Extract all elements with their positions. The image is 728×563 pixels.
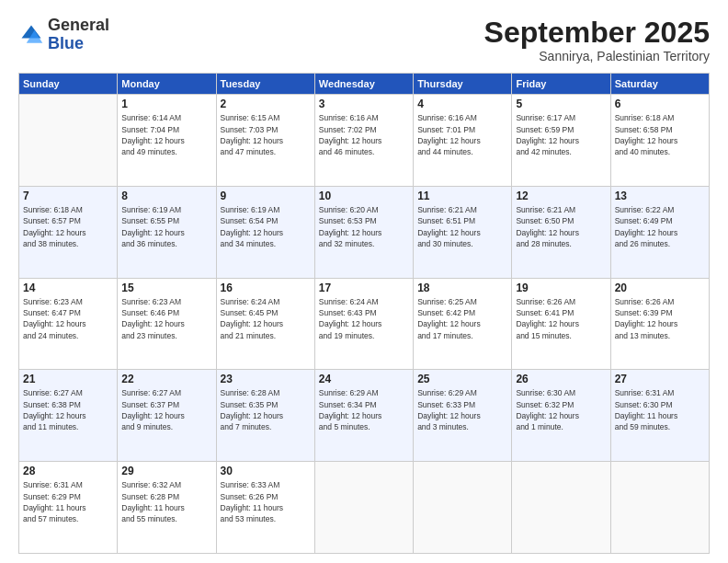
table-row: 2Sunrise: 6:15 AM Sunset: 7:03 PM Daylig… bbox=[216, 95, 314, 187]
day-info: Sunrise: 6:31 AM Sunset: 6:30 PM Dayligh… bbox=[615, 387, 705, 432]
calendar-table: Sunday Monday Tuesday Wednesday Thursday… bbox=[18, 73, 710, 554]
day-info: Sunrise: 6:32 AM Sunset: 6:28 PM Dayligh… bbox=[121, 479, 211, 524]
day-number: 9 bbox=[221, 190, 311, 202]
table-row: 26Sunrise: 6:30 AM Sunset: 6:32 PM Dayli… bbox=[512, 370, 610, 462]
day-number: 29 bbox=[121, 465, 211, 477]
table-row: 16Sunrise: 6:24 AM Sunset: 6:45 PM Dayli… bbox=[216, 278, 314, 370]
table-row: 28Sunrise: 6:31 AM Sunset: 6:29 PM Dayli… bbox=[19, 462, 118, 554]
day-number: 24 bbox=[319, 373, 409, 385]
day-info: Sunrise: 6:23 AM Sunset: 6:46 PM Dayligh… bbox=[121, 296, 211, 341]
day-info: Sunrise: 6:23 AM Sunset: 6:47 PM Dayligh… bbox=[23, 296, 113, 341]
col-sunday: Sunday bbox=[19, 74, 118, 95]
table-row: 10Sunrise: 6:20 AM Sunset: 6:53 PM Dayli… bbox=[314, 186, 413, 278]
table-row: 21Sunrise: 6:27 AM Sunset: 6:38 PM Dayli… bbox=[19, 370, 118, 462]
day-info: Sunrise: 6:26 AM Sunset: 6:41 PM Dayligh… bbox=[516, 296, 606, 341]
day-number: 6 bbox=[615, 98, 705, 110]
day-number: 21 bbox=[23, 373, 113, 385]
location-subtitle: Sannirya, Palestinian Territory bbox=[484, 49, 710, 63]
day-info: Sunrise: 6:31 AM Sunset: 6:29 PM Dayligh… bbox=[23, 479, 113, 524]
day-number: 26 bbox=[516, 373, 606, 385]
day-number: 8 bbox=[121, 190, 211, 202]
day-number: 12 bbox=[516, 190, 606, 202]
calendar-week-row: 7Sunrise: 6:18 AM Sunset: 6:57 PM Daylig… bbox=[19, 186, 710, 278]
day-number: 4 bbox=[417, 98, 507, 110]
day-info: Sunrise: 6:21 AM Sunset: 6:50 PM Dayligh… bbox=[516, 204, 606, 249]
calendar-week-row: 14Sunrise: 6:23 AM Sunset: 6:47 PM Dayli… bbox=[19, 278, 710, 370]
day-info: Sunrise: 6:27 AM Sunset: 6:38 PM Dayligh… bbox=[23, 387, 113, 432]
title-block: September 2025 Sannirya, Palestinian Ter… bbox=[484, 17, 710, 63]
day-number: 17 bbox=[319, 282, 409, 294]
table-row: 20Sunrise: 6:26 AM Sunset: 6:39 PM Dayli… bbox=[610, 278, 709, 370]
day-number: 11 bbox=[417, 190, 507, 202]
day-number: 20 bbox=[615, 282, 705, 294]
day-number: 19 bbox=[516, 282, 606, 294]
table-row: 27Sunrise: 6:31 AM Sunset: 6:30 PM Dayli… bbox=[610, 370, 709, 462]
table-row: 22Sunrise: 6:27 AM Sunset: 6:37 PM Dayli… bbox=[118, 370, 216, 462]
day-info: Sunrise: 6:30 AM Sunset: 6:32 PM Dayligh… bbox=[516, 387, 606, 432]
logo-blue-text: Blue bbox=[48, 34, 84, 52]
day-info: Sunrise: 6:29 AM Sunset: 6:33 PM Dayligh… bbox=[417, 387, 507, 432]
table-row: 12Sunrise: 6:21 AM Sunset: 6:50 PM Dayli… bbox=[512, 186, 610, 278]
day-number: 23 bbox=[221, 373, 311, 385]
day-number: 3 bbox=[319, 98, 409, 110]
day-info: Sunrise: 6:26 AM Sunset: 6:39 PM Dayligh… bbox=[615, 296, 705, 341]
day-number: 5 bbox=[516, 98, 606, 110]
table-row bbox=[414, 462, 512, 554]
day-info: Sunrise: 6:16 AM Sunset: 7:01 PM Dayligh… bbox=[417, 112, 507, 157]
day-info: Sunrise: 6:22 AM Sunset: 6:49 PM Dayligh… bbox=[615, 204, 705, 249]
day-info: Sunrise: 6:29 AM Sunset: 6:34 PM Dayligh… bbox=[319, 387, 409, 432]
day-number: 27 bbox=[615, 373, 705, 385]
table-row: 3Sunrise: 6:16 AM Sunset: 7:02 PM Daylig… bbox=[314, 95, 413, 187]
table-row: 14Sunrise: 6:23 AM Sunset: 6:47 PM Dayli… bbox=[19, 278, 118, 370]
day-info: Sunrise: 6:14 AM Sunset: 7:04 PM Dayligh… bbox=[121, 112, 211, 157]
col-wednesday: Wednesday bbox=[314, 74, 413, 95]
logo-general-text: General bbox=[48, 16, 109, 34]
day-number: 30 bbox=[221, 465, 311, 477]
table-row: 4Sunrise: 6:16 AM Sunset: 7:01 PM Daylig… bbox=[414, 95, 512, 187]
table-row: 9Sunrise: 6:19 AM Sunset: 6:54 PM Daylig… bbox=[216, 186, 314, 278]
day-number: 10 bbox=[319, 190, 409, 202]
calendar-header-row: Sunday Monday Tuesday Wednesday Thursday… bbox=[19, 74, 710, 95]
day-info: Sunrise: 6:19 AM Sunset: 6:54 PM Dayligh… bbox=[221, 204, 311, 249]
table-row: 30Sunrise: 6:33 AM Sunset: 6:26 PM Dayli… bbox=[216, 462, 314, 554]
calendar-week-row: 21Sunrise: 6:27 AM Sunset: 6:38 PM Dayli… bbox=[19, 370, 710, 462]
col-monday: Monday bbox=[118, 74, 216, 95]
col-thursday: Thursday bbox=[414, 74, 512, 95]
table-row: 7Sunrise: 6:18 AM Sunset: 6:57 PM Daylig… bbox=[19, 186, 118, 278]
day-number: 1 bbox=[121, 98, 211, 110]
col-saturday: Saturday bbox=[610, 74, 709, 95]
day-number: 7 bbox=[23, 190, 113, 202]
day-info: Sunrise: 6:27 AM Sunset: 6:37 PM Dayligh… bbox=[121, 387, 211, 432]
table-row: 18Sunrise: 6:25 AM Sunset: 6:42 PM Dayli… bbox=[414, 278, 512, 370]
day-info: Sunrise: 6:20 AM Sunset: 6:53 PM Dayligh… bbox=[319, 204, 409, 249]
table-row: 6Sunrise: 6:18 AM Sunset: 6:58 PM Daylig… bbox=[610, 95, 709, 187]
day-info: Sunrise: 6:19 AM Sunset: 6:55 PM Dayligh… bbox=[121, 204, 211, 249]
table-row: 25Sunrise: 6:29 AM Sunset: 6:33 PM Dayli… bbox=[414, 370, 512, 462]
table-row bbox=[19, 95, 118, 187]
calendar-week-row: 1Sunrise: 6:14 AM Sunset: 7:04 PM Daylig… bbox=[19, 95, 710, 187]
table-row bbox=[610, 462, 709, 554]
day-info: Sunrise: 6:15 AM Sunset: 7:03 PM Dayligh… bbox=[221, 112, 311, 157]
header: General Blue September 2025 Sannirya, Pa… bbox=[18, 17, 710, 63]
table-row: 24Sunrise: 6:29 AM Sunset: 6:34 PM Dayli… bbox=[314, 370, 413, 462]
table-row: 17Sunrise: 6:24 AM Sunset: 6:43 PM Dayli… bbox=[314, 278, 413, 370]
table-row: 13Sunrise: 6:22 AM Sunset: 6:49 PM Dayli… bbox=[610, 186, 709, 278]
day-info: Sunrise: 6:18 AM Sunset: 6:58 PM Dayligh… bbox=[615, 112, 705, 157]
table-row bbox=[512, 462, 610, 554]
col-friday: Friday bbox=[512, 74, 610, 95]
table-row: 19Sunrise: 6:26 AM Sunset: 6:41 PM Dayli… bbox=[512, 278, 610, 370]
table-row: 8Sunrise: 6:19 AM Sunset: 6:55 PM Daylig… bbox=[118, 186, 216, 278]
table-row: 15Sunrise: 6:23 AM Sunset: 6:46 PM Dayli… bbox=[118, 278, 216, 370]
table-row: 5Sunrise: 6:17 AM Sunset: 6:59 PM Daylig… bbox=[512, 95, 610, 187]
day-info: Sunrise: 6:16 AM Sunset: 7:02 PM Dayligh… bbox=[319, 112, 409, 157]
calendar-week-row: 28Sunrise: 6:31 AM Sunset: 6:29 PM Dayli… bbox=[19, 462, 710, 554]
logo: General Blue bbox=[18, 17, 109, 53]
day-number: 2 bbox=[221, 98, 311, 110]
day-number: 18 bbox=[417, 282, 507, 294]
table-row: 1Sunrise: 6:14 AM Sunset: 7:04 PM Daylig… bbox=[118, 95, 216, 187]
table-row: 11Sunrise: 6:21 AM Sunset: 6:51 PM Dayli… bbox=[414, 186, 512, 278]
month-title: September 2025 bbox=[484, 17, 710, 49]
day-info: Sunrise: 6:25 AM Sunset: 6:42 PM Dayligh… bbox=[417, 296, 507, 341]
day-info: Sunrise: 6:28 AM Sunset: 6:35 PM Dayligh… bbox=[221, 387, 311, 432]
col-tuesday: Tuesday bbox=[216, 74, 314, 95]
